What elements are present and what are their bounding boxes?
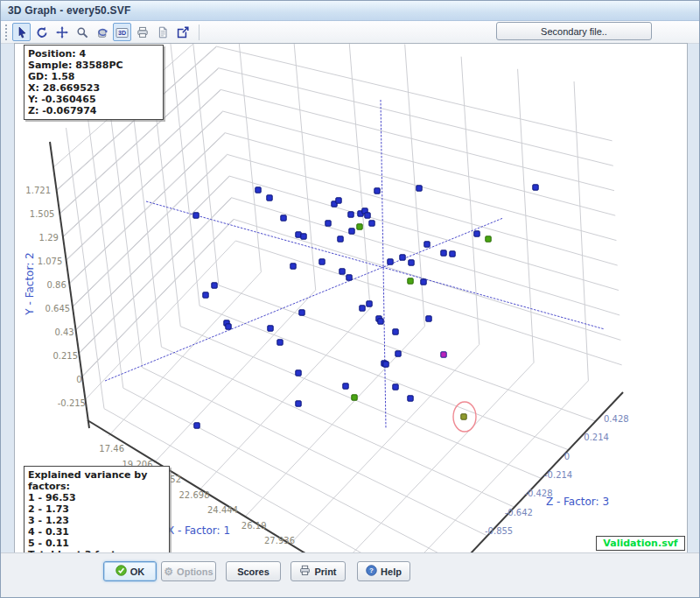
title-bar: 3D Graph - every50.SVF [1, 1, 699, 21]
scores-button[interactable]: Scores [226, 561, 281, 581]
variance-line: 1 - 96.53 [28, 492, 164, 503]
svg-text:0.43: 0.43 [54, 327, 74, 337]
svg-text:3D: 3D [118, 30, 126, 36]
toolbar: 3D Secondary file.. [1, 21, 699, 44]
svg-text:Z - Factor: 3: Z - Factor: 3 [546, 496, 609, 508]
export-tool-button[interactable] [173, 23, 192, 41]
info-line: Z: -0.067974 [28, 105, 158, 116]
variance-line: 3 - 1.23 [28, 515, 164, 526]
scores-button-label: Scores [237, 566, 270, 577]
window-title: 3D Graph - every50.SVF [1, 4, 130, 17]
svg-text:1.29: 1.29 [39, 233, 59, 243]
variance-line: 2 - 1.73 [28, 503, 164, 515]
svg-text:0: 0 [76, 375, 81, 384]
3d-icon: 3D [116, 26, 129, 39]
secondary-file-name-label: Validation.svf [596, 536, 685, 551]
pan-tool-button[interactable] [52, 23, 71, 41]
help-button-label: Help [381, 566, 402, 577]
spin-object-tool-button[interactable] [93, 23, 111, 41]
export-icon [177, 26, 189, 39]
copy-page-icon [157, 26, 169, 39]
toolbar-grip [5, 25, 10, 40]
bottom-button-bar: OK ⚙ Options Scores Print ? Help [1, 552, 699, 598]
svg-text:X - Factor: 1: X - Factor: 1 [167, 524, 230, 537]
svg-text:0.86: 0.86 [47, 280, 66, 290]
select-tool-button[interactable] [12, 23, 31, 41]
svg-text:22.698: 22.698 [179, 490, 210, 500]
print-button-label: Print [314, 566, 336, 577]
app-window: 3D Graph - every50.SVF 3D [0, 0, 700, 598]
svg-text:0.645: 0.645 [46, 304, 71, 313]
svg-text:17.46: 17.46 [99, 444, 124, 454]
svg-text:?: ? [369, 566, 374, 574]
toolbar-separator [199, 25, 200, 40]
options-button[interactable]: ⚙ Options [161, 561, 216, 581]
printer-icon [136, 26, 149, 39]
svg-text:1.505: 1.505 [30, 209, 55, 219]
cursor-arrow-icon [16, 26, 28, 39]
variance-line: 4 - 0.31 [28, 526, 164, 538]
variance-line: 5 - 0.11 [28, 538, 164, 549]
svg-text:-0.215: -0.215 [58, 398, 86, 408]
sample-info-box: Position: 4 Sample: 83588PC GD: 1.58 X: … [24, 45, 164, 120]
pan-arrows-icon [56, 26, 68, 39]
spin-object-icon [96, 26, 108, 39]
svg-text:1.075: 1.075 [38, 257, 63, 266]
info-line: Sample: 83588PC [28, 60, 158, 71]
svg-text:1.721: 1.721 [25, 186, 51, 195]
3d-mode-tool-button[interactable]: 3D [113, 23, 131, 41]
info-line: Y: -0.360465 [28, 94, 158, 105]
svg-text:-0.855: -0.855 [485, 526, 513, 536]
svg-text:0.428: 0.428 [604, 414, 629, 424]
zoom-tool-button[interactable] [73, 23, 91, 41]
info-line: X: 28.669523 [28, 82, 158, 94]
info-line: Position: 4 [28, 48, 158, 60]
ok-button-label: OK [130, 566, 145, 577]
svg-text:0.214: 0.214 [584, 433, 609, 442]
printer-icon [299, 565, 311, 578]
info-line: GD: 1.58 [28, 71, 158, 82]
magnifier-icon [76, 26, 88, 39]
svg-text:27.936: 27.936 [264, 536, 295, 545]
svg-text:26.19: 26.19 [242, 521, 267, 531]
ok-button[interactable]: OK [103, 561, 157, 581]
print-button[interactable]: Print [290, 561, 346, 581]
help-circle-icon: ? [366, 565, 377, 578]
rotate-icon [36, 26, 48, 39]
svg-text:-0.214: -0.214 [544, 470, 572, 480]
copy-tool-button[interactable] [153, 23, 172, 41]
svg-text:24.444: 24.444 [207, 505, 238, 515]
svg-text:-0.642: -0.642 [505, 508, 533, 517]
print-tool-button[interactable] [133, 23, 151, 41]
secondary-file-button[interactable]: Secondary file.. [496, 22, 652, 40]
rotate-tool-button[interactable] [32, 23, 51, 41]
options-button-label: Options [177, 566, 214, 577]
gear-icon: ⚙ [164, 566, 173, 577]
help-button[interactable]: ? Help [357, 561, 410, 581]
check-circle-icon [116, 565, 127, 578]
variance-title: Explained variance by factors: [28, 469, 164, 492]
svg-text:0.215: 0.215 [52, 351, 78, 361]
svg-text:0: 0 [564, 452, 570, 461]
svg-text:Y - Factor: 2: Y - Factor: 2 [24, 252, 36, 315]
